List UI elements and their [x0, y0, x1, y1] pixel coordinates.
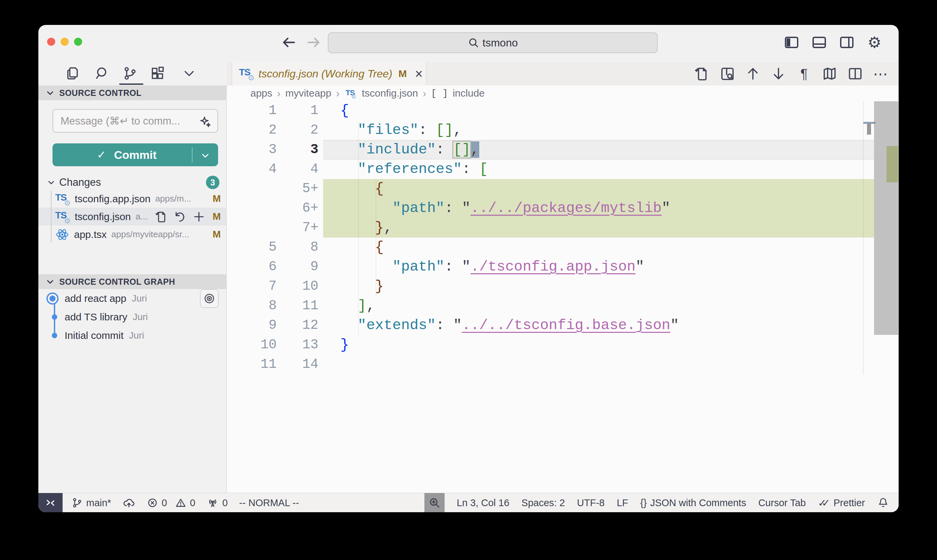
open-changes-icon[interactable] [692, 65, 711, 83]
goto-commit-button[interactable] [200, 289, 219, 308]
commit-dropdown-chevron-icon[interactable] [200, 150, 211, 161]
breadcrumb-tsconfig-json[interactable]: tsconfig.json [362, 88, 418, 99]
settings-gear-icon[interactable]: ⚙ [866, 34, 883, 51]
changes-section-header[interactable]: Changes 3 [38, 175, 226, 190]
code-line[interactable]: 69 "path": "./tsconfig.app.json" [227, 257, 899, 277]
code-line[interactable]: 58 { [227, 238, 899, 257]
extensions-view-icon[interactable] [148, 64, 167, 83]
previous-change-icon[interactable] [744, 65, 762, 83]
problems-indicator[interactable]: 0 0 [147, 497, 195, 509]
toggle-secondary-sidebar-button[interactable] [838, 34, 855, 51]
modified-line-number: 8 [281, 238, 323, 257]
breadcrumb-myviteapp[interactable]: myviteapp [285, 88, 332, 99]
code-text: } [323, 277, 874, 296]
code-line[interactable]: 6+ "path": "../../packages/mytslib" [227, 198, 899, 218]
toggle-panel-button[interactable] [811, 34, 828, 51]
zoom-indicator[interactable] [425, 493, 445, 512]
inline-view-icon[interactable] [718, 65, 736, 83]
next-change-icon[interactable] [769, 65, 788, 83]
commit-message-placeholder: Message (⌘↵ to comm... [61, 115, 180, 127]
braces-icon: {} [640, 497, 646, 509]
original-line-number [227, 198, 281, 218]
more-views-chevron-icon[interactable] [180, 64, 198, 83]
indentation-indicator[interactable]: Spaces: 2 [522, 497, 565, 509]
tab-tsconfig-working-tree[interactable]: TS⚙ tsconfig.json (Working Tree) M × [232, 62, 427, 86]
commit-message-input[interactable]: Message (⌘↵ to comm... [52, 109, 218, 132]
commit-row-add-ts-library[interactable]: add TS library Juri [38, 308, 226, 326]
explorer-icon[interactable] [64, 64, 83, 83]
original-line-number: 6 [227, 257, 281, 277]
breadcrumb-include[interactable]: include [453, 88, 485, 99]
breadcrumb-apps[interactable]: apps [251, 88, 272, 99]
code-line[interactable]: 44 "references": [ [227, 160, 899, 179]
tab-close-icon[interactable]: × [415, 67, 423, 80]
code-line[interactable]: 33 "include": [], [227, 140, 899, 160]
code-text [323, 355, 874, 374]
close-window-button[interactable] [47, 38, 55, 46]
map-icon[interactable] [820, 65, 839, 83]
formatter-indicator[interactable]: ✓✓ Prettier [818, 497, 865, 509]
source-control-graph-section-header[interactable]: SOURCE CONTROL GRAPH [38, 274, 226, 289]
overview-added-lines-marker [886, 146, 898, 182]
back-button[interactable] [281, 34, 297, 51]
warning-icon [175, 497, 186, 509]
double-check-icon: ✓✓ [818, 497, 825, 509]
language-mode-indicator[interactable]: {} JSON with Comments [640, 497, 746, 509]
modified-line-number: 3 [281, 140, 323, 160]
original-line-number: 2 [227, 120, 281, 140]
error-icon [147, 497, 158, 509]
code-text-added: }, [323, 218, 874, 238]
discard-changes-icon[interactable] [173, 210, 187, 223]
eol-indicator[interactable]: LF [617, 497, 628, 509]
generate-commit-message-sparkle-icon[interactable] [198, 115, 212, 129]
vim-mode-indicator[interactable]: -- NORMAL -- [239, 497, 299, 509]
tab-completion-indicator[interactable]: Cursor Tab [758, 497, 806, 509]
forward-button[interactable] [306, 34, 322, 51]
sync-changes-button[interactable] [123, 496, 135, 509]
minimize-window-button[interactable] [61, 38, 69, 46]
source-control-section-header[interactable]: SOURCE CONTROL [38, 86, 226, 100]
vertical-scrollbar[interactable] [874, 101, 898, 335]
code-line[interactable]: 22 "files": [], [227, 120, 899, 140]
stage-changes-icon[interactable] [192, 210, 206, 223]
target-icon [203, 292, 216, 305]
modified-line-number: 12 [281, 316, 323, 335]
code-area[interactable]: 11{22 "files": [],33 "include": [],44 "r… [227, 101, 899, 374]
encoding-indicator[interactable]: UTF-8 [577, 497, 605, 509]
search-view-icon[interactable] [93, 64, 112, 83]
split-editor-icon[interactable] [846, 65, 864, 83]
change-row-app-tsx[interactable]: app.tsx apps/myviteapp/sr... M [38, 226, 226, 243]
commit-button[interactable]: ✓ Commit [52, 143, 218, 166]
code-text: "include": [], [323, 140, 874, 160]
notifications-bell-icon[interactable] [877, 497, 889, 509]
code-line[interactable]: 912 "extends": "../../tsconfig.base.json… [227, 316, 899, 335]
code-line[interactable]: 811 ], [227, 296, 899, 316]
change-row-tsconfig-json[interactable]: TS⚙ tsconfig.json a... M [38, 208, 226, 226]
zoom-window-button[interactable] [74, 38, 82, 46]
open-file-icon[interactable] [154, 210, 168, 223]
render-whitespace-icon[interactable]: ¶ [795, 65, 813, 83]
commit-row-initial-commit[interactable]: Initial commit Juri [38, 326, 226, 345]
source-control-view-icon[interactable] [120, 64, 139, 83]
commit-graph: add react app Juri add TS library Juri I… [38, 289, 226, 345]
code-line[interactable]: 1114 [227, 355, 899, 374]
code-line[interactable]: 1013} [227, 335, 899, 355]
branch-indicator[interactable]: main* [71, 497, 111, 509]
code-line[interactable]: 7+ }, [227, 218, 899, 238]
code-line[interactable]: 11{ [227, 101, 899, 120]
indent-guide [358, 121, 359, 335]
original-line-number: 4 [227, 160, 281, 179]
modified-line-number: 6+ [281, 198, 323, 218]
command-center-search[interactable]: tsmono [328, 32, 658, 53]
commit-row-add-react-app[interactable]: add react app Juri [38, 289, 226, 308]
code-line[interactable]: 5+ { [227, 179, 899, 198]
toggle-primary-sidebar-button[interactable] [783, 34, 800, 51]
ports-indicator[interactable]: 0 [207, 497, 228, 509]
remote-indicator-button[interactable] [38, 493, 63, 512]
magnifier-plus-icon [428, 496, 441, 509]
code-line[interactable]: 710 } [227, 277, 899, 296]
cursor-position-indicator[interactable]: Ln 3, Col 16 [457, 497, 509, 509]
change-row-tsconfig-app-json[interactable]: TS⚙ tsconfig.app.json apps/m... M [38, 190, 226, 208]
more-actions-icon[interactable]: ⋯ [872, 65, 890, 83]
modified-line-number: 11 [281, 296, 323, 316]
